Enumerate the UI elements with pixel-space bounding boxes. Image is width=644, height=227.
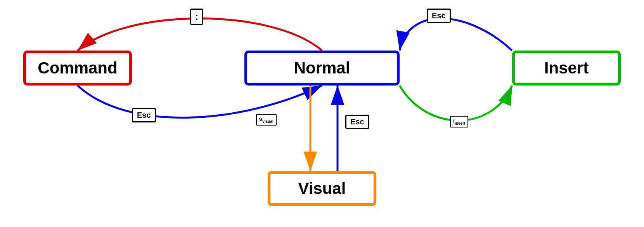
esc-insert-badge: Esc <box>427 9 451 23</box>
visual-mode-box: Visual <box>268 171 376 206</box>
esc-command-badge: Esc <box>132 108 156 122</box>
visual-key-area: vvisual ... <box>256 115 263 125</box>
insert-key-badge: iinsert <box>450 116 468 127</box>
insert-key-area: iinsert ... <box>450 117 457 127</box>
normal-label: Normal <box>294 59 350 77</box>
normal-mode-box: Normal <box>244 51 400 86</box>
visual-label: Visual <box>298 179 346 198</box>
command-label: Command <box>38 59 117 77</box>
insert-mode-box: Insert <box>512 51 621 86</box>
diagram-container: Command Normal Insert Visual : Esc Esc i… <box>0 0 644 227</box>
command-mode-box: Command <box>23 51 132 86</box>
visual-key-badge: vvisual <box>256 114 277 126</box>
colon-key-badge: : <box>190 9 203 25</box>
insert-label: Insert <box>544 59 589 77</box>
esc-visual-badge: Esc <box>345 115 369 129</box>
colon-key-label: : <box>195 11 198 22</box>
